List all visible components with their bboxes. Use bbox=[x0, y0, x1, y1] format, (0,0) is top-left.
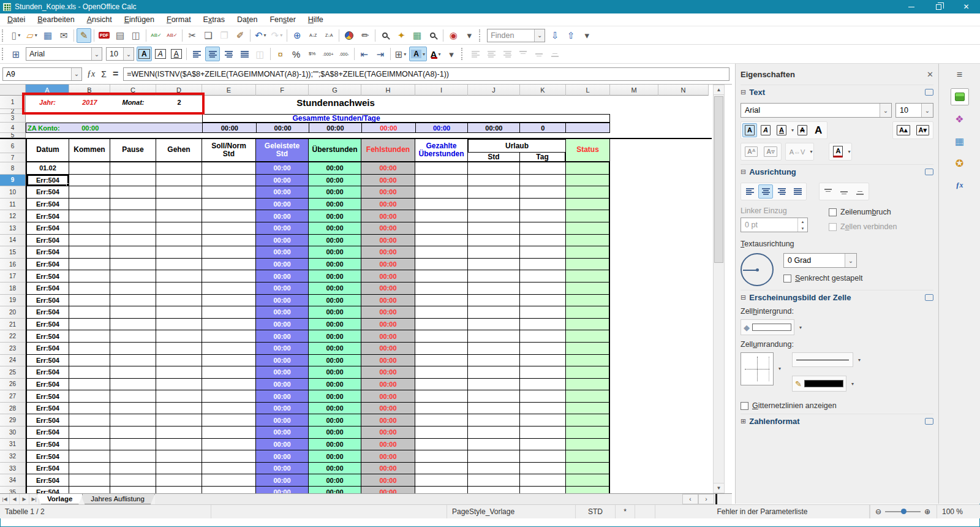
cell-A35[interactable]: Err:504 bbox=[26, 487, 69, 493]
cell-E4[interactable]: 00:00 bbox=[202, 123, 256, 132]
cell-C22[interactable] bbox=[110, 330, 156, 343]
cell-I11[interactable] bbox=[415, 199, 468, 211]
cells-C4-D4[interactable] bbox=[111, 123, 203, 132]
cell-K25[interactable] bbox=[520, 366, 566, 379]
cell-H33[interactable]: 00:00 bbox=[361, 463, 415, 475]
row-header-8[interactable]: 8 bbox=[0, 162, 26, 175]
sidebar-tab-properties[interactable] bbox=[951, 88, 969, 105]
cell-G29[interactable]: 00:00 bbox=[309, 414, 361, 427]
cell-E34[interactable] bbox=[202, 474, 256, 487]
cell-C20[interactable] bbox=[110, 306, 156, 319]
cell-D17[interactable] bbox=[156, 270, 202, 282]
cell-F34[interactable]: 00:00 bbox=[256, 474, 309, 487]
cell-J15[interactable] bbox=[468, 246, 520, 259]
cell-F21[interactable]: 00:00 bbox=[256, 319, 309, 331]
cell-K19[interactable] bbox=[520, 295, 566, 307]
menu-fenster[interactable]: Fenster bbox=[263, 14, 301, 25]
cell-B12[interactable] bbox=[69, 210, 110, 222]
cell-H25[interactable]: 00:00 bbox=[361, 366, 415, 379]
cell-I26[interactable] bbox=[415, 379, 468, 391]
cell-B32[interactable] bbox=[69, 450, 110, 463]
cell-J32[interactable] bbox=[468, 450, 520, 463]
cell-G30[interactable]: 00:00 bbox=[309, 427, 361, 439]
spin-up-icon[interactable]: ▲ bbox=[798, 218, 807, 225]
row-header-11[interactable]: 11 bbox=[0, 199, 26, 211]
cell-L16[interactable] bbox=[566, 259, 610, 271]
cell-H34[interactable]: 00:00 bbox=[361, 474, 415, 487]
cell-D32[interactable] bbox=[156, 450, 202, 463]
cell-A10[interactable]: Err:504 bbox=[26, 186, 69, 199]
cell-E29[interactable] bbox=[202, 414, 256, 427]
cell-J12[interactable] bbox=[468, 210, 520, 222]
cell-D15[interactable] bbox=[156, 246, 202, 259]
cell-L28[interactable] bbox=[566, 403, 610, 415]
cell-F24[interactable]: 00:00 bbox=[256, 355, 309, 367]
cell-D10[interactable] bbox=[156, 186, 202, 199]
header-status[interactable]: Status bbox=[566, 139, 610, 162]
cell-F25[interactable]: 00:00 bbox=[256, 366, 309, 379]
cell-D29[interactable] bbox=[156, 414, 202, 427]
sidebar-deck-button[interactable]: ⊞ bbox=[9, 47, 23, 61]
cell-E9[interactable] bbox=[202, 175, 256, 187]
cell-J20[interactable] bbox=[468, 306, 520, 319]
cell-I29[interactable] bbox=[415, 414, 468, 427]
row-header-33[interactable]: 33 bbox=[0, 463, 26, 475]
cell-A15[interactable]: Err:504 bbox=[26, 246, 69, 259]
cell-B27[interactable] bbox=[69, 390, 110, 403]
cell-E13[interactable] bbox=[202, 222, 256, 235]
edit-file-button[interactable]: ✎ bbox=[77, 28, 91, 43]
cell-G27[interactable]: 00:00 bbox=[309, 390, 361, 403]
cell-B34[interactable] bbox=[69, 474, 110, 487]
cell-C28[interactable] bbox=[110, 403, 156, 415]
degrees-combobox[interactable]: 0 Grad ⌄ bbox=[783, 253, 857, 268]
cell-C13[interactable] bbox=[110, 222, 156, 235]
sidebar-align-justified-button[interactable] bbox=[790, 184, 805, 199]
cell-D27[interactable] bbox=[156, 390, 202, 403]
cell-H10[interactable]: 00:00 bbox=[361, 186, 415, 199]
cell-C26[interactable] bbox=[110, 379, 156, 391]
cell-A27[interactable]: Err:504 bbox=[26, 390, 69, 403]
cell-C25[interactable] bbox=[110, 366, 156, 379]
cell-C17[interactable] bbox=[110, 270, 156, 282]
borders-button[interactable]: ⊞▾ bbox=[393, 47, 409, 61]
row-header-14[interactable]: 14 bbox=[0, 235, 26, 247]
cell-J18[interactable] bbox=[468, 282, 520, 295]
row-header-32[interactable]: 32 bbox=[0, 450, 26, 463]
chevron-down-icon[interactable]: ⌄ bbox=[921, 104, 933, 117]
cell-E33[interactable] bbox=[202, 463, 256, 475]
zoom-button[interactable] bbox=[426, 28, 440, 43]
column-header-A[interactable]: A bbox=[26, 85, 69, 96]
cell-E12[interactable] bbox=[202, 210, 256, 222]
cell-A11[interactable]: Err:504 bbox=[26, 199, 69, 211]
cell-E23[interactable] bbox=[202, 343, 256, 355]
sidebar-valign-center-button[interactable] bbox=[837, 184, 851, 199]
font-color-button[interactable]: A▾ bbox=[428, 47, 443, 61]
standard-format-button[interactable]: $% bbox=[305, 47, 320, 61]
dialog-launcher-icon[interactable] bbox=[925, 89, 933, 96]
currency-button[interactable]: ¤ bbox=[273, 47, 288, 61]
cell-J24[interactable] bbox=[468, 355, 520, 367]
cell-D34[interactable] bbox=[156, 474, 202, 487]
row-header-7[interactable]: 7 bbox=[0, 153, 26, 162]
cell-L27[interactable] bbox=[566, 390, 610, 403]
cell-K10[interactable] bbox=[520, 186, 566, 199]
cell-C30[interactable] bbox=[110, 427, 156, 439]
cell-J35[interactable] bbox=[468, 487, 520, 493]
cell-E24[interactable] bbox=[202, 355, 256, 367]
cell-J13[interactable] bbox=[468, 222, 520, 235]
cell-D1[interactable]: 2 bbox=[156, 96, 202, 109]
restore-button[interactable] bbox=[925, 0, 952, 13]
cell-K33[interactable] bbox=[520, 463, 566, 475]
header-gehen[interactable]: Gehen bbox=[156, 139, 202, 162]
dialog-launcher-icon[interactable] bbox=[925, 294, 933, 301]
italic-button[interactable]: A bbox=[153, 47, 168, 61]
cell-H11[interactable]: 00:00 bbox=[361, 199, 415, 211]
menu-einfgen[interactable]: Einfügen bbox=[118, 14, 160, 25]
cell-J14[interactable] bbox=[468, 235, 520, 247]
cell-A33[interactable]: Err:504 bbox=[26, 463, 69, 475]
chevron-down-icon[interactable]: ▾ bbox=[799, 325, 802, 330]
cell-B13[interactable] bbox=[69, 222, 110, 235]
spin-down-icon[interactable]: ▼ bbox=[798, 225, 807, 232]
cell-C15[interactable] bbox=[110, 246, 156, 259]
cell-H13[interactable]: 00:00 bbox=[361, 222, 415, 235]
